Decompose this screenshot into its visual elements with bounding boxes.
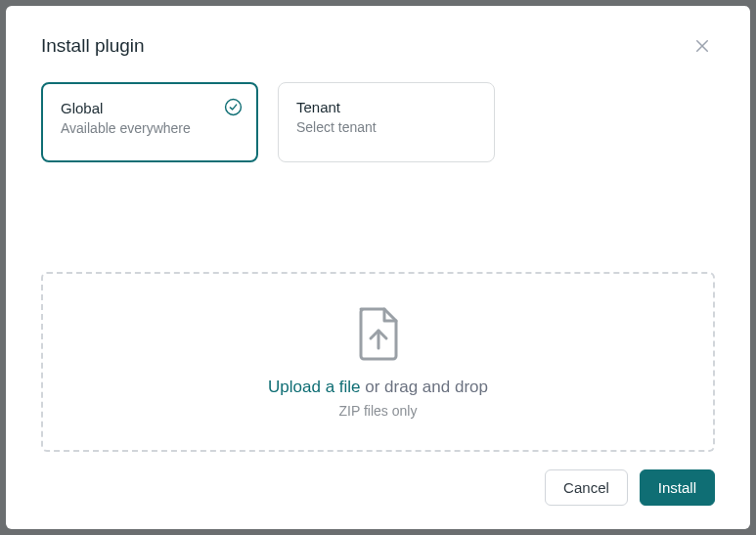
upload-file-link[interactable]: Upload a file — [268, 378, 361, 396]
check-circle-icon — [224, 98, 243, 120]
scope-option-tenant[interactable]: Tenant Select tenant — [278, 82, 495, 162]
dropzone-rest-text: or drag and drop — [361, 378, 488, 396]
scope-tenant-subtitle: Select tenant — [296, 119, 476, 135]
scope-global-subtitle: Available everywhere — [61, 120, 239, 136]
dropzone-subtext: ZIP files only — [339, 403, 418, 419]
scope-option-global[interactable]: Global Available everywhere — [41, 82, 258, 162]
cancel-button[interactable]: Cancel — [545, 469, 628, 506]
file-dropzone[interactable]: Upload a file or drag and drop ZIP files… — [41, 272, 715, 452]
scope-tenant-title: Tenant — [296, 99, 476, 115]
close-icon — [693, 37, 711, 55]
modal-title: Install plugin — [41, 35, 145, 57]
scope-options: Global Available everywhere Tenant Selec… — [41, 82, 715, 162]
install-button[interactable]: Install — [640, 469, 715, 506]
dropzone-text: Upload a file or drag and drop — [268, 378, 488, 397]
modal-footer: Cancel Install — [41, 452, 715, 506]
close-button[interactable] — [689, 33, 715, 59]
svg-point-2 — [226, 100, 242, 115]
modal-header: Install plugin — [41, 33, 715, 59]
scope-global-title: Global — [61, 100, 239, 116]
install-plugin-modal: Install plugin Global Available everywhe… — [6, 6, 750, 529]
file-upload-icon — [355, 305, 402, 366]
